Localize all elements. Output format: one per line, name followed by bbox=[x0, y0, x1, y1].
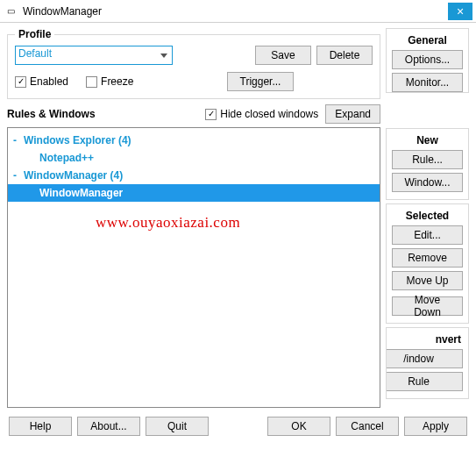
freeze-checkbox[interactable]: Freeze bbox=[86, 75, 133, 88]
options-button[interactable]: Options... bbox=[392, 50, 463, 69]
tree-item-label: Notepad++ bbox=[39, 152, 94, 164]
enabled-label: Enabled bbox=[30, 75, 68, 88]
convert-rule-button[interactable]: Rule bbox=[386, 372, 463, 391]
profile-legend: Profile bbox=[15, 28, 54, 40]
apply-button[interactable]: Apply bbox=[404, 417, 467, 436]
help-button[interactable]: Help bbox=[9, 417, 72, 436]
titlebar: ▭ WindowManager × bbox=[0, 0, 476, 23]
freeze-label: Freeze bbox=[101, 75, 133, 88]
ok-button[interactable]: OK bbox=[267, 417, 330, 436]
checkbox-icon bbox=[15, 76, 26, 88]
rules-tree[interactable]: - Windows Explorer (4) Notepad++ - Windo… bbox=[7, 127, 380, 408]
checkbox-icon bbox=[205, 109, 217, 120]
checkbox-icon bbox=[86, 76, 97, 88]
cancel-button[interactable]: Cancel bbox=[336, 417, 399, 436]
tree-item-windowmanager-group[interactable]: - WindowManager (4) bbox=[8, 167, 380, 184]
enabled-checkbox[interactable]: Enabled bbox=[15, 75, 68, 88]
delete-button[interactable]: Delete bbox=[316, 46, 373, 65]
profile-group: Profile Default Save Delete Enabled Free… bbox=[7, 28, 380, 99]
tree-item-windowmanager[interactable]: WindowManager bbox=[8, 184, 380, 202]
general-legend: General bbox=[392, 34, 463, 46]
window-title: WindowManager bbox=[23, 5, 448, 18]
general-group: General Options... Monitor... bbox=[386, 28, 469, 93]
bottom-bar: Help About... Quit OK Cancel Apply bbox=[0, 413, 476, 445]
new-window-button[interactable]: Window... bbox=[392, 173, 463, 192]
tree-item-label: Windows Explorer (4) bbox=[24, 134, 131, 146]
collapse-icon[interactable]: - bbox=[13, 169, 17, 182]
convert-window-button[interactable]: /indow bbox=[386, 349, 463, 368]
close-button[interactable]: × bbox=[448, 3, 472, 20]
tree-item-notepadpp[interactable]: Notepad++ bbox=[8, 149, 380, 167]
rules-title: Rules & Windows bbox=[7, 108, 198, 120]
new-group: New Rule... Window... bbox=[386, 128, 469, 200]
profile-select-value: Default bbox=[18, 47, 52, 60]
trigger-button[interactable]: Trigger... bbox=[227, 72, 294, 91]
remove-button[interactable]: Remove bbox=[392, 248, 463, 268]
expand-button[interactable]: Expand bbox=[325, 104, 380, 124]
edit-button[interactable]: Edit... bbox=[392, 225, 463, 245]
hide-closed-label: Hide closed windows bbox=[220, 108, 318, 120]
movedown-button[interactable]: Move Down bbox=[392, 296, 463, 316]
selected-legend: Selected bbox=[392, 210, 463, 222]
monitor-button[interactable]: Monitor... bbox=[392, 73, 463, 92]
about-button[interactable]: About... bbox=[77, 417, 140, 436]
new-legend: New bbox=[392, 134, 463, 146]
new-rule-button[interactable]: Rule... bbox=[392, 150, 463, 169]
selected-group: Selected Edit... Remove Move Up Move Dow… bbox=[386, 203, 469, 324]
app-icon: ▭ bbox=[4, 4, 18, 18]
tree-item-windows-explorer[interactable]: - Windows Explorer (4) bbox=[8, 132, 380, 149]
convert-group: nvert /indow Rule bbox=[386, 327, 469, 399]
collapse-icon[interactable]: - bbox=[13, 134, 17, 146]
watermark-text: www.ouyaoxiazai.com bbox=[96, 214, 240, 232]
tree-item-label: WindowManager bbox=[39, 187, 123, 199]
convert-legend: nvert bbox=[392, 333, 463, 346]
hide-closed-checkbox[interactable]: Hide closed windows bbox=[205, 108, 318, 120]
tree-item-label: WindowManager (4) bbox=[24, 169, 123, 182]
profile-select[interactable]: Default bbox=[15, 46, 173, 65]
save-button[interactable]: Save bbox=[255, 46, 311, 65]
moveup-button[interactable]: Move Up bbox=[392, 271, 463, 290]
quit-button[interactable]: Quit bbox=[146, 417, 209, 436]
